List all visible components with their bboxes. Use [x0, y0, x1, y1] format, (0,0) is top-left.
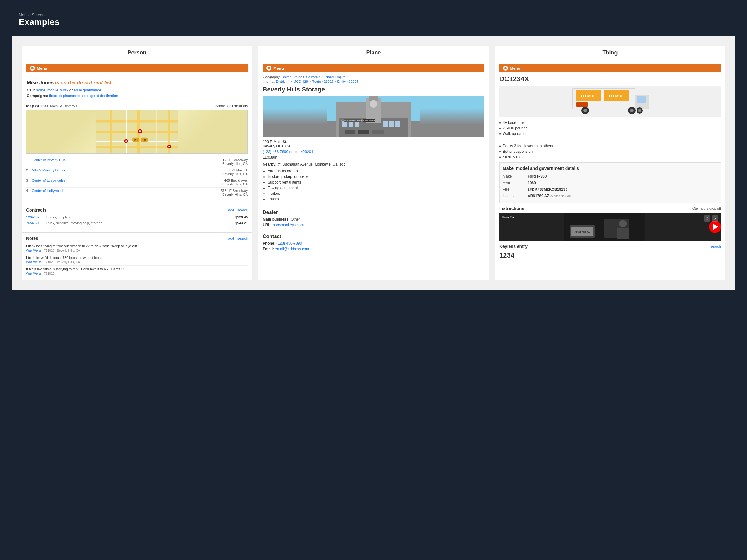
contact-phone-label: Phone:: [263, 241, 276, 245]
bullet-dot-4: [499, 145, 501, 147]
geo-california[interactable]: California: [306, 75, 320, 79]
location-beverly-hills[interactable]: Center of Beverly Hills: [32, 158, 209, 162]
place-phone-link[interactable]: (123) 456-7890: [263, 150, 288, 154]
place-photo-svg: TOOL & EQUIPMENT RENTALS MOVING BOXES: [263, 96, 484, 137]
bullet-dot-1: [499, 122, 501, 124]
svg-point-57: [619, 220, 626, 228]
svg-text:101: 101: [133, 139, 138, 141]
keyless-search[interactable]: search: [711, 244, 721, 248]
person-menu-bar[interactable]: Menu: [26, 64, 248, 73]
thing-menu-bar[interactable]: Menu: [499, 64, 721, 73]
instructions-header: Instructions After hours drop off: [499, 206, 721, 211]
call-line: Call: home, mobile, work or an acquainta…: [27, 88, 247, 92]
contracts-title: Contracts: [26, 208, 46, 212]
nearby-add-link[interactable]: add: [339, 162, 345, 166]
internal-entity429204[interactable]: Entity 429204: [337, 80, 358, 83]
thing-column: Thing Menu DC1234X U-HAU: [495, 46, 725, 280]
svg-rect-32: [395, 121, 400, 127]
internal-district4[interactable]: District 4: [276, 80, 289, 83]
location-addr-3: 465 Euclid Ave,Beverly Hills, CA: [210, 179, 248, 186]
year-label: Year: [503, 181, 527, 185]
vin-value: 2FDKF37M2KCB19130: [527, 187, 567, 192]
svg-rect-38: [358, 130, 369, 134]
call-acquaintance-link[interactable]: an acquaintance: [74, 88, 101, 92]
notes-add[interactable]: add: [229, 236, 234, 240]
instructions-section: Instructions After hours drop off AB6178…: [499, 206, 721, 241]
play-button[interactable]: [709, 220, 721, 233]
svg-rect-28: [349, 121, 353, 127]
location-monkey-dealer[interactable]: Mike's Monkey Dealer: [32, 168, 209, 172]
svg-point-26: [370, 100, 377, 108]
page-subtitle: Mobile Screens: [19, 12, 728, 17]
main-business-label: Main business:: [263, 217, 291, 221]
geo-inland-empire[interactable]: Inland Empire: [324, 75, 345, 79]
call-work-link[interactable]: work: [60, 88, 68, 92]
svg-rect-37: [345, 130, 355, 134]
svg-point-17: [125, 140, 127, 142]
truck-specs-2: Decks 2 feet lower than others Better su…: [495, 143, 725, 162]
make-value: Ford F-350: [527, 174, 546, 179]
url-link[interactable]: bobsmonkeys.com: [273, 223, 304, 227]
place-ext-link[interactable]: ext: 429204: [293, 150, 313, 154]
person-column: Person Menu Mike Jones is on the do not …: [22, 46, 252, 280]
place-menu-bar[interactable]: Menu: [263, 64, 484, 73]
contract-id-2[interactable]: 7654321: [26, 221, 43, 225]
year-value: 1989: [527, 181, 536, 185]
svg-text:101: 101: [142, 139, 147, 141]
call-home-link[interactable]: home: [36, 88, 45, 92]
keyless-section: Keyless entry search 1234: [499, 244, 721, 261]
spec-suspension-text: Better suspension: [503, 149, 533, 154]
spec-bedrooms-text: 4+ bedrooms: [503, 121, 524, 125]
spec-pounds-text: 7,5000 pounds: [503, 126, 527, 130]
notes-search[interactable]: search: [237, 236, 248, 240]
map-section: Map of 123 E Main St. Beverly H Showing:…: [26, 104, 248, 154]
truck-svg: U-HAUL U-HAUL: [499, 85, 721, 117]
license-label: License: [503, 194, 527, 198]
spec-decks: Decks 2 feet lower than others: [499, 143, 721, 149]
url-label: URL:: [263, 223, 273, 227]
spec-sirius: SIRIUS radio: [499, 154, 721, 160]
note-location-1: Beverly Hills, CA: [57, 249, 80, 252]
video-thumbnail[interactable]: AB61789 AZ How To ... ⏱ ↗: [499, 213, 721, 241]
map-placeholder[interactable]: 101 101: [26, 110, 248, 154]
internal-mco429[interactable]: MCO 429: [293, 80, 308, 83]
contract-desc-2: Truck, supplies, moving help, storage: [46, 221, 233, 225]
svg-point-15: [139, 130, 141, 132]
note-author-1[interactable]: Walt Weiss: [26, 249, 42, 252]
contract-id-1[interactable]: 1234567: [26, 215, 43, 219]
location-item-2: 2 Mike's Monkey Dealer 321 Main StBeverl…: [26, 167, 248, 177]
location-los-angeles[interactable]: Center of Los Angeles: [32, 179, 209, 182]
person-panel: Mike Jones is on the do not rent list. C…: [22, 75, 252, 104]
note-author-2[interactable]: Walt Weiss: [26, 260, 42, 264]
location-hollywood[interactable]: Center of Hollywood: [32, 189, 209, 193]
internal-route429002[interactable]: Route 429002: [312, 80, 333, 83]
note-meta-2: Walt Weiss 721025 Beverly Hills, CA: [26, 260, 248, 264]
license-value: AB61789 AZ expires 9/30/06: [527, 194, 571, 198]
note-item-2: I told him we'd discount $30 because we …: [26, 254, 248, 266]
svg-text:TOOL & EQUIPMENT RENTALS: TOOL & EQUIPMENT RENTALS: [341, 119, 364, 121]
location-addr-1: 123 E BroadwayBeverly Hills, CA: [210, 158, 248, 165]
amenity-4: Towing equipment: [268, 185, 484, 191]
campaign-flood-link[interactable]: flood displacement: [49, 94, 80, 98]
svg-rect-58: [617, 229, 629, 239]
campaign-storage-link[interactable]: storage at destination: [82, 94, 118, 98]
contracts-add[interactable]: add: [229, 208, 234, 212]
page-header: Mobile Screens Examples: [0, 0, 747, 36]
note-item-1: I think he's trying to take our rotation…: [26, 243, 248, 254]
contact-phone-link[interactable]: (123) 456-7890: [276, 241, 302, 245]
contact-email-link[interactable]: email@address.com: [275, 247, 309, 251]
contract-amount-1: $123.45: [235, 215, 248, 219]
call-mobile-link[interactable]: mobile: [47, 88, 58, 92]
contracts-header: Contracts add search: [26, 208, 248, 212]
notes-section: Notes add search I think he's trying to …: [26, 236, 248, 277]
contact-section: Contact Phone: (123) 456-7890 Email: ema…: [258, 234, 489, 252]
note-item-3: It feels like this guy is trying to rent…: [26, 266, 248, 277]
location-num-2: 2: [26, 168, 30, 172]
contracts-search[interactable]: search: [237, 208, 248, 212]
person-menu-icon: [30, 65, 35, 71]
map-header: Map of 123 E Main St. Beverly H Showing:…: [26, 104, 248, 108]
geo-united-states[interactable]: United States: [282, 75, 302, 79]
location-addr-2: 321 Main StBeverly Hills, CA: [210, 168, 248, 176]
map-showing-value: Locations: [232, 104, 248, 108]
note-author-3[interactable]: Walt Weiss: [26, 272, 42, 275]
